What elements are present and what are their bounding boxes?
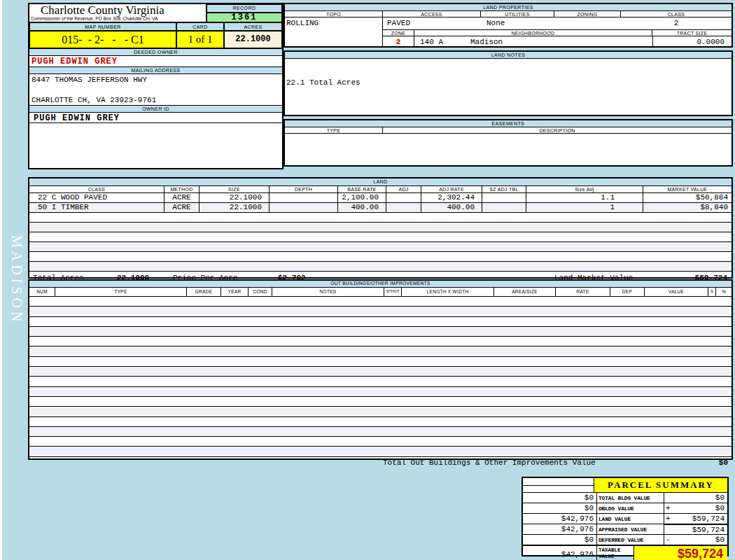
col-market-value: MARKET VALUE <box>643 186 732 192</box>
summary-row-obldg: $0 OBLDG VALUE + $0 <box>523 503 727 514</box>
prev-taxable-value: $42,976 <box>523 546 597 560</box>
topo-label: TOPO <box>285 11 383 18</box>
empty-row <box>29 223 732 232</box>
empty-row <box>29 397 732 407</box>
empty-row <box>29 427 732 437</box>
col-area-size: AREA/SIZE <box>494 288 556 296</box>
col-notes: NOTES <box>272 288 384 296</box>
summary-row-deferred: $0 DEFERRED VALUE - $0 <box>523 535 727 545</box>
record-label: RECORD <box>206 4 282 13</box>
col-depth: DEPTH <box>270 186 338 192</box>
map-number-value: 015- - 2- - - C1 <box>29 31 176 48</box>
zone-neighborhood-row: ZONE NEIGHBORHOOD TRACT SIZE 2 140 A Mad… <box>383 29 732 46</box>
empty-row <box>29 377 732 386</box>
cell-base-rate: 400.00 <box>338 203 386 212</box>
cell-class: 22 C WOOD PAVED <box>29 193 164 202</box>
access-value: PAVED <box>383 18 481 29</box>
empty-row <box>29 417 732 427</box>
label-obldg-value: OBLDG VALUE <box>597 503 664 513</box>
empty-row <box>29 232 732 242</box>
col-pct-comp: % COMP <box>716 288 732 296</box>
mailing-address-line1: 8447 THOMAS JEFFERSON HWY <box>29 76 282 84</box>
label-taxable-value: TAXABLE VALUE <box>597 546 634 560</box>
mailing-address-line2: CHARLOTTE CH, VA 23923-9761 <box>29 96 282 104</box>
easements-title: EASEMENTS <box>285 120 732 127</box>
county-title: Charlotte County Virginia <box>29 4 206 16</box>
empty-row <box>29 387 732 397</box>
land-table-title: LAND <box>29 178 732 186</box>
col-class: CLASS <box>29 186 164 192</box>
col-method: METHOD <box>164 186 200 192</box>
prev-total-bldg-value: $0 <box>523 493 597 503</box>
col-base-rate: BASE RATE <box>338 186 386 192</box>
acres-label: ACRES <box>224 22 282 31</box>
cell-method: ACRE <box>164 203 200 212</box>
neighborhood-label: NEIGHBORHOOD <box>414 30 652 36</box>
land-row: 22 C WOOD PAVED ACRE 22.1000 2,100.00 2,… <box>29 193 732 203</box>
mailing-address-label: MAILING ADDRESS <box>29 66 282 74</box>
land-row: 50 I TIMBER ACRE 22.1000 400.00 400.00 1… <box>29 203 732 213</box>
label-total-bldg-value: TOTAL BLDG VALUE <box>597 493 664 503</box>
district-watermark: MADISON <box>4 235 24 333</box>
empty-row <box>29 367 732 377</box>
land-properties-panel: LAND PROPERTIES TOPO ACCESS UTILITIES ZO… <box>284 3 733 48</box>
acres-value: 22.1000 <box>224 31 282 48</box>
value-obldg: $0 <box>675 504 727 512</box>
cell-base-rate: 2,100.00 <box>338 193 386 202</box>
cell-size: 22.1000 <box>200 203 270 212</box>
cell-adj <box>386 193 421 202</box>
easement-type-label: TYPE <box>285 127 383 134</box>
prev-deferred-value: $0 <box>523 535 597 545</box>
col-size: SIZE <box>200 186 270 192</box>
record-value: 1361 <box>206 13 282 22</box>
owner-panel: Charlotte County Virginia Commissioner o… <box>28 3 284 169</box>
value-taxable: $59,724 <box>634 546 727 560</box>
summary-row-land: $42,976 LAND VALUE + $59,724 <box>523 514 727 524</box>
land-empty-rows <box>29 213 732 272</box>
cell-method: ACRE <box>164 193 200 202</box>
land-notes-panel: LAND NOTES 22.1 Total Acres <box>284 50 733 116</box>
zone-label: ZONE <box>383 30 414 36</box>
tract-size-value: 0.0000 <box>652 36 732 47</box>
zone-value: 2 <box>383 36 414 47</box>
label-land-value: LAND VALUE <box>597 514 664 524</box>
empty-row <box>29 317 732 327</box>
cell-adj-rate: 2,302.44 <box>421 193 482 202</box>
cell-depth <box>270 193 338 202</box>
cell-adj <box>386 203 421 212</box>
owner-id-value: PUGH EDWIN GREY <box>29 113 282 123</box>
empty-row <box>29 242 732 252</box>
col-adj: ADJ <box>386 186 421 192</box>
out-buildings-total-label: Total Out Buildings & Other Improvements… <box>29 457 596 470</box>
out-buildings-table: OUT BUILDINGS/OTHER IMPROVEMENTS NUM TYP… <box>28 279 733 460</box>
land-notes-title: LAND NOTES <box>285 52 732 59</box>
empty-row <box>29 447 732 456</box>
out-buildings-total-row: Total Out Buildings & Other Improvements… <box>29 457 732 470</box>
cell-depth <box>270 203 338 212</box>
out-buildings-total-value: $0 <box>719 457 732 470</box>
value-total-bldg: $0 <box>675 493 727 502</box>
empty-row <box>29 437 732 447</box>
empty-row <box>29 407 732 416</box>
card-value: 1 of 1 <box>176 31 224 48</box>
cell-market-value: $8,840 <box>643 203 732 212</box>
op-obldg: + <box>664 504 675 512</box>
window-left-edge <box>0 0 2 560</box>
summary-row-total-bldg: $0 TOTAL BLDG VALUE $0 <box>523 493 727 503</box>
empty-row <box>29 327 732 337</box>
empty-row <box>29 357 732 367</box>
empty-row <box>29 213 732 223</box>
cell-market-value: $50,884 <box>643 193 732 202</box>
out-buildings-empty-rows <box>29 297 732 457</box>
col-year: YEAR <box>221 288 248 296</box>
easement-description-label: DESCRIPTION <box>383 127 732 134</box>
cell-size-adj: 1.1 <box>526 193 643 202</box>
land-properties-title: LAND PROPERTIES <box>285 4 732 11</box>
deeded-owner-value: PUGH EDWIN GREY <box>29 57 282 66</box>
prev-obldg-value: $0 <box>523 503 597 513</box>
cell-size-adj: 1 <box>526 203 643 212</box>
empty-row <box>29 346 732 356</box>
topo-value: ROLLING <box>285 18 383 46</box>
prev-land-value: $42,976 <box>523 514 597 524</box>
land-notes-text: 22.1 Total Acres <box>285 78 732 87</box>
